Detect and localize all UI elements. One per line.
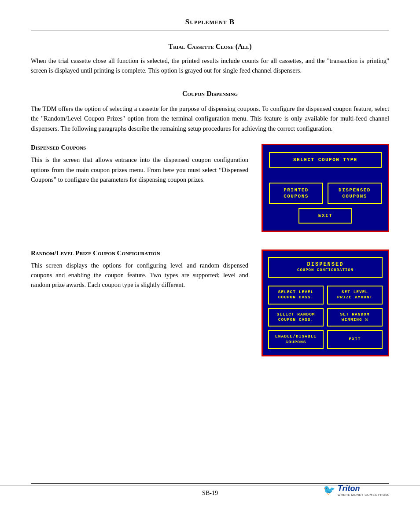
trial-cassette-section: Trial Cassette Close (All) When the tria… (31, 43, 389, 76)
select-coupon-type-button[interactable]: SELECT COUPON TYPE (269, 152, 382, 167)
dispensed-coupons-title: Dispensed Coupons (31, 144, 248, 151)
triton-tagline: WHERE MONEY COMES FROM. (338, 493, 389, 497)
screen1-container: SELECT COUPON TYPE PRINTEDCOUPONS DISPEN… (262, 144, 389, 231)
page-header: Supplement B (31, 18, 389, 30)
triton-bird-icon: 🐦 (323, 484, 335, 496)
dispensed-coupons-body: This is the screen that allows entrance … (31, 155, 248, 184)
atm-screen-2: DISPENSED COUPON CONFIGURATION SELECT LE… (262, 249, 389, 356)
dispensed-coupons-text: Dispensed Coupons This is the screen tha… (31, 144, 248, 192)
dispensed-header-title: DISPENSED (307, 261, 344, 268)
random-level-title: Random/Level Prize Coupon Configuration (31, 249, 248, 257)
triton-logo-group: Triton WHERE MONEY COMES FROM. (338, 484, 389, 497)
coupon-type-row: PRINTEDCOUPONS DISPENSEDCOUPONS (269, 183, 382, 204)
random-level-text: Random/Level Prize Coupon Configuration … (31, 249, 248, 298)
trial-cassette-title: Trial Cassette Close (All) (31, 43, 389, 51)
screen2-container: DISPENSED COUPON CONFIGURATION SELECT LE… (262, 249, 389, 356)
select-random-coupon-cass-button[interactable]: SELECT RANDOMCOUPON CASS. (268, 308, 324, 327)
triton-logo-text: Triton (338, 484, 389, 493)
printed-coupons-button[interactable]: PRINTEDCOUPONS (269, 183, 323, 204)
dispensed-config-header: DISPENSED COUPON CONFIGURATION (268, 257, 383, 278)
triton-logo: 🐦 Triton WHERE MONEY COMES FROM. (323, 484, 389, 497)
exit-button-1[interactable]: EXIT (298, 208, 353, 223)
set-random-winning-button[interactable]: SET RANDOMWINNING % (327, 308, 383, 327)
random-level-body: This screen displays the options for con… (31, 261, 248, 290)
dispensed-coupons-section: Dispensed Coupons This is the screen tha… (31, 144, 389, 231)
coupon-dispensing-intro: The TDM offers the option of selecting a… (31, 104, 389, 133)
trial-cassette-body: When the trial cassette close all functi… (31, 56, 389, 76)
exit-row: EXIT (269, 208, 382, 223)
enable-disable-coupons-button[interactable]: ENABLE/DISABLECOUPONS (268, 330, 324, 349)
dispensed-coupons-button[interactable]: DISPENSEDCOUPONS (328, 183, 382, 204)
dispensed-config-grid: SELECT LEVELCOUPON CASS. SET LEVELPRIZE … (268, 286, 383, 349)
random-level-section: Random/Level Prize Coupon Configuration … (31, 249, 389, 356)
select-level-coupon-cass-button[interactable]: SELECT LEVELCOUPON CASS. (268, 286, 324, 305)
dispensed-header-subtitle: COUPON CONFIGURATION (272, 268, 379, 273)
page: Supplement B Trial Cassette Close (All) … (0, 0, 420, 510)
header-title: Supplement B (185, 18, 235, 26)
exit-button-2[interactable]: EXIT (327, 330, 383, 349)
set-level-prize-amount-button[interactable]: SET LEVELPRIZE AMOUNT (327, 286, 383, 305)
coupon-dispensing-title: Coupon Dispensing (31, 90, 389, 98)
atm-screen-1: SELECT COUPON TYPE PRINTEDCOUPONS DISPEN… (262, 144, 389, 231)
